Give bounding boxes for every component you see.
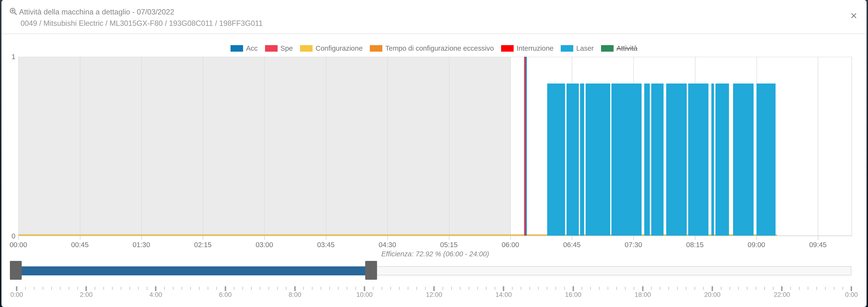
ruler-tick — [234, 287, 235, 290]
ruler-tick — [608, 287, 608, 290]
ruler-tick — [451, 287, 452, 290]
plot-right-edge — [851, 57, 852, 236]
header-divider — [1, 34, 867, 34]
range-slider-handle-left[interactable] — [10, 261, 22, 280]
ruler-tick — [277, 287, 278, 290]
ruler-tick — [755, 287, 756, 290]
ruler-tick — [329, 287, 330, 290]
ruler-tick — [477, 287, 478, 290]
x-tick-label: 06:45 — [557, 241, 586, 249]
efficiency-note: Efficienza: 72.92 % (06:00 - 24:00) — [18, 250, 852, 258]
grid-line — [326, 57, 327, 236]
grid-line — [388, 57, 388, 236]
axis-tick — [388, 236, 388, 240]
x-tick-label: 03:45 — [311, 241, 340, 249]
ruler-tick — [773, 287, 774, 290]
ruler-tick-label: 8:00 — [282, 291, 308, 299]
ruler-tick — [355, 287, 356, 290]
laser-bar — [666, 84, 687, 236]
axis-tick — [326, 236, 327, 240]
ruler-tick — [286, 287, 286, 290]
ruler-tick — [34, 287, 34, 290]
ruler-tick — [303, 287, 304, 290]
ruler-tick — [721, 287, 721, 290]
x-tick-label: 02:15 — [188, 241, 217, 249]
legend-item-spe[interactable]: Spe — [265, 44, 293, 52]
laser-bar — [756, 84, 776, 236]
laser-bar — [715, 84, 729, 236]
ruler-tick-label: 18:00 — [629, 291, 656, 299]
legend-swatch-icon — [501, 45, 514, 52]
ruler-tick — [312, 287, 313, 290]
ruler-tick — [816, 287, 817, 290]
ruler-tick-label: 6:00 — [212, 291, 239, 299]
ruler-tick — [825, 287, 826, 290]
axis-tick — [572, 236, 572, 240]
legend-item-configurazione[interactable]: Configurazione — [300, 44, 363, 52]
legend-item-tempo-di-configurazione-eccessivo[interactable]: Tempo di configurazione eccessivo — [370, 44, 494, 52]
ruler-tick — [182, 287, 182, 290]
ruler-tick — [347, 287, 347, 290]
ruler-tick — [225, 286, 226, 291]
axis-tick — [142, 236, 142, 240]
ruler-tick — [808, 287, 808, 290]
ruler-tick — [599, 287, 599, 290]
ruler-tick-label: 14:00 — [490, 291, 517, 299]
laser-bar — [733, 84, 753, 236]
laser-bar — [580, 84, 584, 236]
legend-item-attivit-[interactable]: Attività — [601, 44, 638, 52]
axis-tick — [510, 236, 511, 240]
ruler-tick — [408, 287, 408, 290]
laser-bar — [651, 84, 663, 236]
acc-bar — [525, 57, 527, 236]
x-tick-label: 00:45 — [65, 241, 94, 249]
close-button[interactable]: × — [848, 10, 860, 22]
ruler-tick — [747, 287, 748, 290]
ruler-tick — [416, 287, 417, 290]
grid-line — [264, 57, 265, 236]
ruler-tick — [460, 287, 461, 290]
ruler-tick — [642, 286, 644, 291]
ruler-tick — [86, 286, 87, 291]
legend-item-acc[interactable]: Acc — [230, 44, 257, 52]
ruler-tick-label: 22:00 — [769, 291, 795, 299]
legend-swatch-icon — [300, 45, 313, 52]
axis-tick — [756, 236, 757, 240]
ruler-tick — [468, 287, 469, 290]
laser-bar — [688, 84, 709, 236]
axis-tick — [449, 236, 450, 240]
x-tick-label: 03:00 — [250, 241, 279, 249]
ruler-tick — [694, 287, 695, 290]
timeline-chart — [18, 57, 852, 236]
legend-item-label: Configurazione — [315, 44, 363, 52]
ruler-tick — [529, 287, 530, 290]
ruler-tick — [555, 287, 556, 290]
ruler-tick — [190, 287, 191, 290]
legend-item-laser[interactable]: Laser — [561, 44, 594, 52]
ruler-tick — [390, 287, 391, 290]
ruler-tick-label: 2:00 — [73, 291, 99, 299]
legend-item-interruzione[interactable]: Interruzione — [501, 44, 554, 52]
ruler-tick-label: 10:00 — [351, 291, 378, 299]
legend-item-label: Spe — [280, 44, 293, 52]
ruler-tick — [269, 287, 269, 290]
x-tick-label: 00:00 — [4, 241, 33, 249]
ruler-tick — [208, 287, 208, 290]
laser-bar — [547, 84, 565, 236]
range-slider-selection[interactable] — [22, 267, 365, 275]
ruler-tick — [625, 287, 626, 290]
ruler-tick — [68, 287, 69, 290]
ruler-tick — [442, 287, 443, 290]
ruler-tick — [590, 287, 591, 290]
axis-tick — [18, 236, 19, 240]
range-slider-handle-right[interactable] — [365, 261, 377, 280]
laser-bar — [711, 84, 714, 236]
x-tick-label: 07:30 — [619, 241, 648, 249]
ruler-tick — [103, 287, 104, 290]
laser-bar — [566, 84, 579, 236]
ruler-tick — [738, 287, 739, 290]
page-title: Attività della macchina a dettaglio - 07… — [19, 8, 174, 17]
ruler-tick — [703, 287, 704, 290]
grid-line — [449, 57, 450, 236]
ruler-tick — [294, 286, 296, 291]
